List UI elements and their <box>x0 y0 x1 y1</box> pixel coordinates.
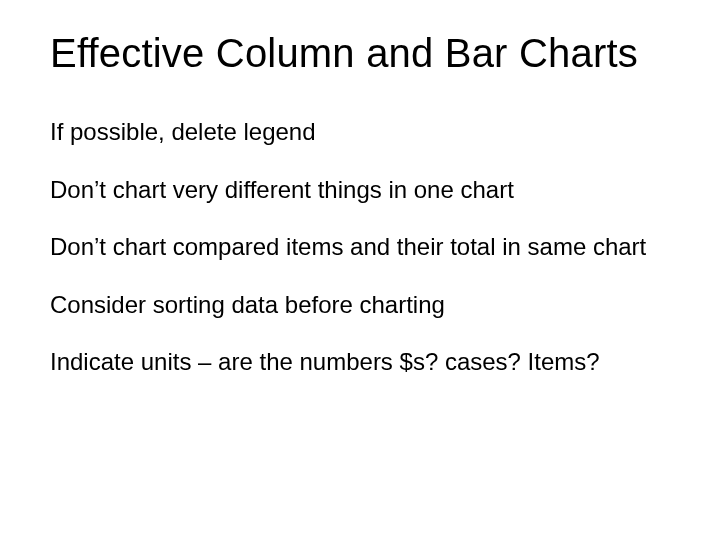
bullet-item: Don’t chart very different things in one… <box>50 176 670 204</box>
bullet-item: If possible, delete legend <box>50 118 670 146</box>
slide-body: If possible, delete legend Don’t chart v… <box>50 118 670 376</box>
slide-title: Effective Column and Bar Charts <box>50 30 670 76</box>
bullet-item: Indicate units – are the numbers $s? cas… <box>50 348 670 376</box>
bullet-item: Don’t chart compared items and their tot… <box>50 233 670 261</box>
bullet-item: Consider sorting data before charting <box>50 291 670 319</box>
slide: Effective Column and Bar Charts If possi… <box>0 0 720 540</box>
